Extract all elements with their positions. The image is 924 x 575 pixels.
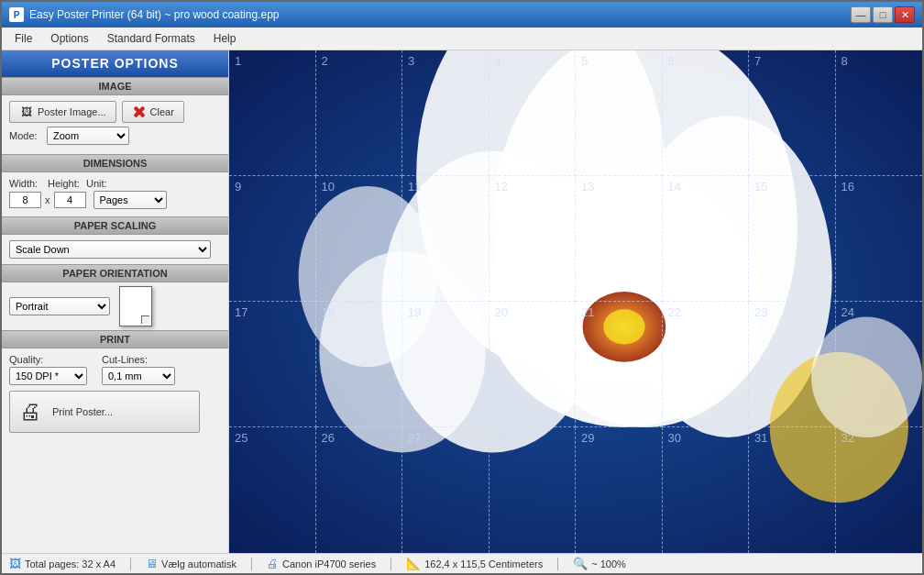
grid-cell: 11 xyxy=(402,176,490,302)
status-bar: 🖼 Total pages: 32 x A4 🖥 Vælg automatisk… xyxy=(2,553,922,573)
total-pages-text: Total pages: 32 x A4 xyxy=(25,558,116,569)
printer-text: Canon iP4700 series xyxy=(282,558,376,569)
auto-select-item: 🖥 Vælg automatisk xyxy=(146,557,236,570)
poster-image-button[interactable]: 🖼 Poster Image... xyxy=(9,101,116,123)
quality-row: Quality: 72 DPI 100 DPI 150 DPI * 200 DP… xyxy=(9,354,221,385)
minimize-button[interactable]: — xyxy=(851,6,871,23)
grid-cell: 10 xyxy=(316,176,403,302)
maximize-button[interactable]: □ xyxy=(873,6,893,23)
grid-cell: 14 xyxy=(663,176,750,302)
status-sep-3 xyxy=(390,558,391,570)
scaling-select[interactable]: Scale Down Scale Up No Scaling Fit to Pa… xyxy=(9,240,211,259)
menu-options[interactable]: Options xyxy=(41,29,97,48)
monitor-icon: 🖥 xyxy=(146,557,158,570)
print-section-header: PRINT xyxy=(2,330,228,348)
grid-cell: 7 xyxy=(749,50,836,176)
clear-icon xyxy=(132,105,147,119)
quality-group: Quality: 72 DPI 100 DPI 150 DPI * 200 DP… xyxy=(9,354,87,385)
clear-button[interactable]: Clear xyxy=(122,101,184,123)
menu-file[interactable]: File xyxy=(6,29,41,48)
grid-cell: 13 xyxy=(576,176,663,302)
height-label: Height: xyxy=(48,178,82,189)
print-section-content: Quality: 72 DPI 100 DPI 150 DPI * 200 DP… xyxy=(2,348,228,438)
status-sep-1 xyxy=(130,558,131,570)
grid-cell: 19 xyxy=(402,302,490,427)
print-poster-label: Print Poster... xyxy=(52,406,113,417)
cutlines-label: Cut-Lines: xyxy=(102,354,175,365)
width-label: Width: xyxy=(9,178,44,189)
grid-cell: 9 xyxy=(229,176,316,302)
dimension-x: x xyxy=(45,194,50,205)
grid-cell: 17 xyxy=(229,302,316,427)
grid-cell: 29 xyxy=(576,427,663,553)
image-buttons-row: 🖼 Poster Image... Clear xyxy=(9,101,221,123)
printer-item[interactable]: 🖨 Canon iP4700 series xyxy=(267,557,376,570)
zoom-item: 🔍 ~ 100% xyxy=(573,557,626,570)
grid-cell: 20 xyxy=(490,302,577,427)
grid-cell: 12 xyxy=(490,176,577,302)
grid-cell: 31 xyxy=(749,427,836,553)
grid-cell: 24 xyxy=(836,302,923,427)
window-title: Easy Poster Printer (64 bit) ~ pro wood … xyxy=(29,8,279,21)
size-text: 162,4 x 115,5 Centimeters xyxy=(424,558,543,569)
grid-cell: 27 xyxy=(402,427,490,553)
dimensions-row: Width: Height: Unit: xyxy=(9,178,221,189)
grid-cell: 30 xyxy=(663,427,750,553)
canvas-area: 1234567891011121314151617181920212223242… xyxy=(229,50,922,553)
size-item: 📐 162,4 x 115,5 Centimeters xyxy=(406,557,543,570)
size-icon: 📐 xyxy=(406,557,421,570)
grid-cell: 1 xyxy=(229,50,316,176)
paper-orientation-section-header: PAPER ORIENTATION xyxy=(2,264,228,282)
cutlines-group: Cut-Lines: None 0,1 mm 0,5 mm 1 mm xyxy=(102,354,175,385)
dimensions-section-content: Width: Height: Unit: x Pages Centimeters… xyxy=(2,172,228,216)
quality-label: Quality: xyxy=(9,354,87,365)
main-content: POSTER OPTIONS IMAGE 🖼 Poster Image... C… xyxy=(2,50,922,553)
grid-cell: 15 xyxy=(749,176,836,302)
grid-cell: 18 xyxy=(316,302,403,427)
printer-status-icon: 🖨 xyxy=(267,557,279,570)
image-section-header: IMAGE xyxy=(2,77,228,95)
grid-cell: 26 xyxy=(316,427,403,553)
menu-bar: File Options Standard Formats Help xyxy=(2,28,922,50)
image-section-content: 🖼 Poster Image... Clear Mode: Zoom Fit xyxy=(2,95,228,154)
sidebar: POSTER OPTIONS IMAGE 🖼 Poster Image... C… xyxy=(2,50,229,553)
clear-label: Clear xyxy=(150,106,174,117)
main-window: P Easy Poster Printer (64 bit) ~ pro woo… xyxy=(0,0,924,575)
quality-select[interactable]: 72 DPI 100 DPI 150 DPI * 200 DPI 300 DPI xyxy=(9,367,87,385)
grid-cell: 6 xyxy=(663,50,750,176)
grid-cell: 4 xyxy=(490,50,577,176)
grid-cell: 22 xyxy=(663,302,750,427)
orientation-select[interactable]: Portrait Landscape xyxy=(9,297,110,315)
paper-scaling-section-content: Scale Down Scale Up No Scaling Fit to Pa… xyxy=(2,235,228,264)
app-icon: P xyxy=(9,7,24,22)
total-pages-item: 🖼 Total pages: 32 x A4 xyxy=(9,557,116,570)
menu-standard-formats[interactable]: Standard Formats xyxy=(98,29,204,48)
grid-cell: 8 xyxy=(836,50,923,176)
mode-select[interactable]: Zoom Fit Stretch Tile xyxy=(47,127,129,145)
grid-overlay: 1234567891011121314151617181920212223242… xyxy=(229,50,922,553)
title-bar: P Easy Poster Printer (64 bit) ~ pro woo… xyxy=(2,2,922,28)
dimensions-section-header: DIMENSIONS xyxy=(2,154,228,172)
mode-label: Mode: xyxy=(9,130,41,141)
unit-select[interactable]: Pages Centimeters Inches xyxy=(94,191,167,209)
grid-cell: 23 xyxy=(749,302,836,427)
image-icon: 🖼 xyxy=(19,105,34,119)
print-poster-button[interactable]: 🖨 Print Poster... xyxy=(9,391,200,433)
cutlines-select[interactable]: None 0,1 mm 0,5 mm 1 mm xyxy=(102,367,175,385)
orientation-section: Portrait Landscape xyxy=(2,282,228,330)
poster-options-header: POSTER OPTIONS xyxy=(2,50,228,77)
printer-icon: 🖨 xyxy=(16,397,45,426)
page-preview xyxy=(119,286,152,326)
width-input[interactable] xyxy=(9,192,41,208)
status-sep-4 xyxy=(557,558,558,570)
zoom-text: ~ 100% xyxy=(591,558,626,569)
unit-label: Unit: xyxy=(86,178,114,189)
auto-select-text: Vælg automatisk xyxy=(161,558,236,569)
height-input[interactable] xyxy=(54,192,86,208)
pages-icon: 🖼 xyxy=(9,557,21,570)
close-button[interactable]: ✕ xyxy=(895,6,915,23)
grid-cell: 16 xyxy=(836,176,923,302)
grid-cell: 2 xyxy=(316,50,403,176)
status-sep-2 xyxy=(251,558,252,570)
menu-help[interactable]: Help xyxy=(204,29,246,48)
